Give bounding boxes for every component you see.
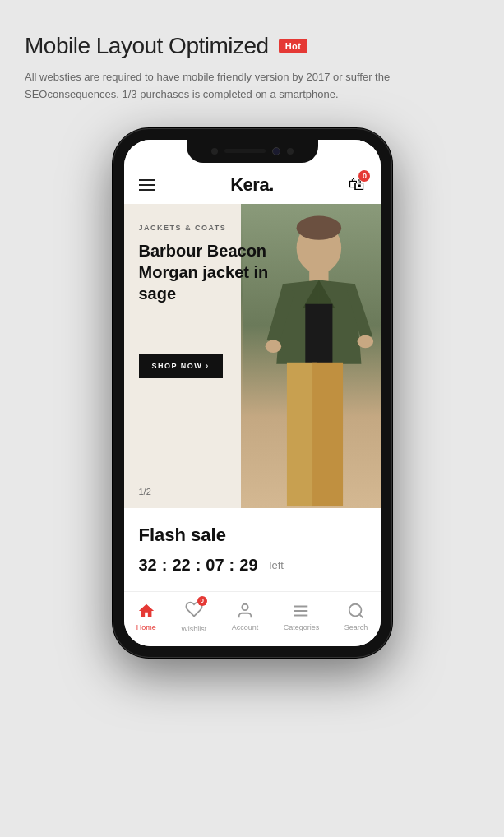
hero-pagination: 1/2 [139, 487, 151, 497]
bottom-nav: Home 0 Wishlist [124, 591, 381, 646]
shop-now-button[interactable]: SHOP NOW › [139, 354, 223, 378]
countdown-row: 32 : 22 : 07 : 29 left [139, 556, 366, 575]
categories-icon [292, 602, 310, 620]
home-icon [137, 602, 155, 620]
search-icon [347, 602, 365, 620]
hero-category: JACKETS & COATS [139, 224, 366, 232]
nav-label-home: Home [136, 623, 156, 631]
app-logo: Kera. [230, 174, 274, 196]
title-row: Mobile Layout Optimized Hot [25, 33, 479, 59]
nav-label-wishlist: Wishlist [181, 625, 206, 633]
nav-item-account[interactable]: Account [232, 602, 259, 631]
countdown-hours: 32 [139, 556, 157, 575]
svg-line-14 [359, 614, 363, 617]
hamburger-line-3 [139, 189, 155, 191]
notch-speaker [224, 149, 266, 153]
cart-badge: 0 [358, 170, 370, 182]
svg-point-9 [242, 603, 247, 609]
page-subtitle: All websties are required to have mobile… [25, 69, 419, 104]
countdown-sep-2: : [196, 556, 201, 575]
hero-title: Barbour Beacon Morgan jacket in sage [139, 240, 279, 304]
header-section: Mobile Layout Optimized Hot All websties… [25, 33, 479, 104]
account-icon [236, 602, 254, 620]
nav-label-search: Search [344, 623, 368, 631]
hamburger-line-2 [139, 184, 155, 186]
phone-outer: Kera. 🛍 0 JACKETS & COATS Barbour Beacon… [113, 128, 392, 658]
nav-label-categories: Categories [284, 623, 320, 631]
nav-item-home[interactable]: Home [136, 602, 156, 631]
countdown-seconds: 07 [206, 556, 224, 575]
nav-item-wishlist[interactable]: 0 Wishlist [181, 600, 206, 633]
notch-dot-2 [287, 148, 294, 155]
nav-item-categories[interactable]: Categories [284, 602, 320, 631]
page-title: Mobile Layout Optimized [25, 33, 269, 59]
hamburger-line-1 [139, 179, 155, 181]
nav-item-search[interactable]: Search [344, 602, 368, 631]
svg-rect-6 [312, 362, 343, 506]
countdown-left-label: left [270, 559, 284, 571]
phone-mockup: Kera. 🛍 0 JACKETS & COATS Barbour Beacon… [113, 128, 392, 658]
notch-camera [272, 147, 280, 155]
hero-content: JACKETS & COATS Barbour Beacon Morgan ja… [139, 224, 366, 378]
hero-section: JACKETS & COATS Barbour Beacon Morgan ja… [124, 204, 381, 508]
notch-dot [211, 148, 218, 155]
countdown-sep-1: : [162, 556, 168, 575]
wishlist-badge: 0 [197, 596, 207, 606]
phone-screen: Kera. 🛍 0 JACKETS & COATS Barbour Beacon… [124, 140, 381, 646]
svg-point-13 [349, 603, 362, 616]
flash-sale-section: Flash sale 32 : 22 : 07 : 29 left [124, 508, 381, 591]
countdown-ms: 29 [239, 556, 257, 575]
cart-button[interactable]: 🛍 0 [349, 175, 365, 194]
countdown-minutes: 22 [172, 556, 190, 575]
hot-badge: Hot [279, 39, 308, 53]
phone-notch [187, 140, 318, 163]
flash-sale-title: Flash sale [139, 525, 366, 546]
hamburger-menu[interactable] [139, 179, 155, 191]
wishlist-icon-wrap: 0 [185, 600, 203, 622]
nav-label-account: Account [232, 623, 259, 631]
countdown-sep-3: : [229, 556, 235, 575]
